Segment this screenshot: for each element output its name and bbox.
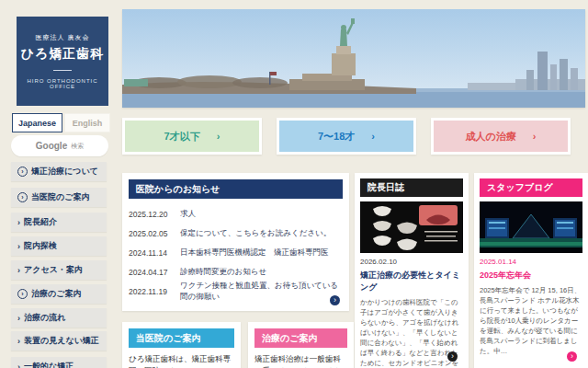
chevron-icon: ›	[17, 242, 20, 251]
circle-chevron-icon: ›	[17, 167, 28, 177]
treatment-guide-card: 治療のご案内 矯正歯科治療は一般歯科で受けるのはやめてください。	[248, 322, 354, 368]
director-blog-title[interactable]: 矯正治療の必要性とタイミング	[360, 270, 463, 293]
circle-chevron-icon: ›	[17, 289, 28, 299]
sidebar-item-treatment-guide[interactable]: › 治療のご案内	[11, 284, 107, 304]
staff-blog-date: 2025.01.14	[480, 258, 582, 266]
sidebar-item-invisible-braces[interactable]: › 装置の見えない矯正	[11, 331, 107, 351]
news-date: 2025.02.05	[129, 229, 171, 238]
news-text[interactable]: 診療時間変更のお知らせ	[180, 267, 266, 278]
chevron-icon: ›	[17, 337, 20, 346]
news-text[interactable]: 日本歯科専門医機構認定 矯正歯科専門医	[180, 247, 329, 259]
sidebar-item-clinic-guide[interactable]: › 当医院のご案内	[11, 188, 107, 207]
sidebar-item-label: アクセス・案内	[24, 264, 83, 276]
staff-blog-header: スタッフブログ	[480, 178, 582, 197]
chevron-icon: ›	[217, 131, 220, 142]
news-text[interactable]: 保定について、こちらをお読みください。	[180, 228, 331, 239]
sidebar-item-label: 院長紹介	[24, 216, 57, 228]
news-item[interactable]: 2024.04.17 診療時間変更のお知らせ	[129, 262, 343, 282]
sidebar-item-treatment-flow[interactable]: › 治療の流れ	[11, 308, 107, 328]
news-item[interactable]: 2022.11.19 ワクチン接種と観血処置、お待ち頂いている間の御願い	[129, 282, 343, 301]
sidebar-item-director-profile[interactable]: › 院長紹介	[11, 213, 107, 232]
clinic-guide-header[interactable]: 当医院のご案内	[129, 328, 234, 348]
staff-blog-excerpt: 2025年忘年会で 12月 15, 16日、長島スパーランド ホテル花水木に行っ…	[480, 285, 582, 356]
sidebar-item-label: 矯正治療について	[31, 166, 98, 178]
hero-banner-photo	[122, 9, 585, 108]
logo-divider	[53, 70, 72, 71]
chevron-icon: ›	[17, 218, 20, 227]
news-item[interactable]: 2025.12.20 求人	[129, 204, 343, 224]
director-blog-date: 2026.02.10	[360, 258, 463, 266]
staff-blog-thumbnail[interactable]	[480, 201, 582, 253]
clinic-guide-text: ひろ矯正歯科は、矯正歯科専門の医院です。	[129, 353, 234, 368]
chevron-icon: ›	[17, 314, 20, 323]
search-button-label[interactable]: 検索	[71, 142, 84, 151]
clinic-corporation-name: 医療法人 廣友会	[36, 33, 90, 42]
news-item[interactable]: 2024.11.14 日本歯科専門医機構認定 矯正歯科専門医	[129, 243, 343, 262]
news-date: 2024.11.14	[129, 248, 171, 258]
age-button-adult[interactable]: 成人の治療 ›	[431, 118, 571, 155]
staff-blog-card: スタッフブログ 2025.01.14 2025年忘年会 2025年忘年会で 12…	[474, 173, 588, 368]
age-button-label: 7〜18才	[318, 130, 355, 144]
treatment-guide-header[interactable]: 治療のご案内	[254, 328, 347, 348]
age-button-under-7[interactable]: 7才以下 ›	[122, 118, 262, 155]
sidebar-item-label: 院内探検	[24, 240, 57, 252]
staff-blog-more-button[interactable]: ›	[567, 351, 577, 362]
director-blog-header: 院長日誌	[360, 178, 463, 197]
sidebar-item-access[interactable]: › アクセス・案内	[11, 260, 107, 280]
chevron-icon: ›	[533, 131, 537, 142]
news-text[interactable]: 求人	[180, 209, 196, 220]
sidebar-item-general-orthodontics[interactable]: › 一般的な矯正	[11, 357, 107, 368]
news-header: 医院からのお知らせ	[129, 179, 343, 199]
news-date: 2024.04.17	[129, 268, 171, 277]
director-blog-card: 院長日誌 2026.02.10 矯正治療の必要性とタイミング かかりつけの歯科医…	[355, 173, 469, 368]
sidebar-item-label: 治療の流れ	[24, 312, 65, 324]
director-blog-thumbnail[interactable]	[360, 201, 463, 253]
news-date: 2022.11.19	[129, 287, 171, 296]
director-blog-more-button[interactable]: ›	[447, 351, 458, 362]
age-button-7-to-18[interactable]: 7〜18才 ›	[277, 118, 416, 155]
sidebar-item-label: 一般的な矯正	[24, 361, 74, 368]
clinic-guide-card: 当医院のご案内 ひろ矯正歯科は、矯正歯科専門の医院です。	[122, 322, 241, 368]
circle-chevron-icon: ›	[17, 192, 28, 202]
sidebar-item-clinic-tour[interactable]: › 院内探検	[11, 236, 107, 256]
chevron-icon: ›	[17, 266, 20, 275]
statue-of-liberty-illustration	[122, 9, 585, 108]
google-search-box[interactable]: Google 検索	[11, 135, 108, 156]
tab-japanese[interactable]: Japanese	[12, 113, 62, 132]
chevron-icon: ›	[17, 362, 20, 368]
tab-english[interactable]: English	[64, 113, 110, 132]
news-card: 医院からのお知らせ 2025.12.20 求人 2025.02.05 保定につい…	[122, 173, 349, 311]
staff-blog-title[interactable]: 2025年忘年会	[480, 270, 582, 282]
clinic-logo: 医療法人 廣友会 ひろ矯正歯科 HIRO ORTHODONTIC OFFICE	[17, 17, 108, 106]
news-date: 2025.12.20	[129, 210, 171, 219]
sidebar-item-label: 治療のご案内	[31, 288, 81, 300]
google-logo: Google	[36, 141, 67, 151]
age-button-label: 7才以下	[164, 130, 200, 144]
treatment-guide-text: 矯正歯科治療は一般歯科で受けるのはやめてください。	[254, 353, 347, 368]
news-item[interactable]: 2025.02.05 保定について、こちらをお読みください。	[129, 224, 343, 243]
news-more-button[interactable]: ›	[330, 295, 340, 305]
sidebar-item-about-orthodontics[interactable]: › 矯正治療について	[11, 162, 107, 181]
news-text[interactable]: ワクチン接種と観血処置、お待ち頂いている間の御願い	[180, 281, 343, 303]
chevron-icon: ›	[371, 131, 375, 142]
clinic-name-english: HIRO ORTHODONTIC OFFICE	[17, 78, 108, 89]
clinic-name: ひろ矯正歯科	[21, 46, 105, 63]
age-button-label: 成人の治療	[466, 130, 516, 144]
sidebar-item-label: 当医院のご案内	[31, 191, 89, 203]
sidebar-item-label: 装置の見えない矯正	[24, 335, 99, 347]
